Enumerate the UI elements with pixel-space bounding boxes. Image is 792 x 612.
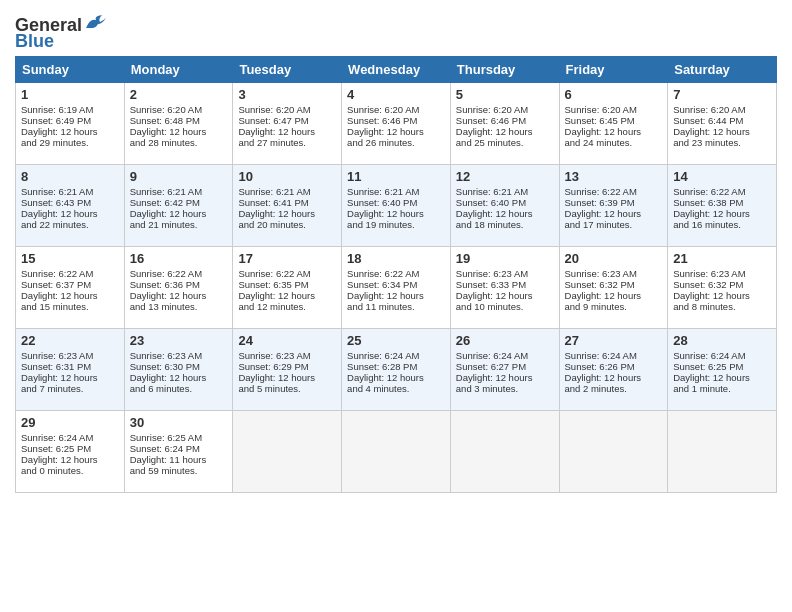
day-info: and 23 minutes.: [673, 137, 771, 148]
day-number: 28: [673, 333, 771, 348]
day-info: Sunset: 6:45 PM: [565, 115, 663, 126]
day-number: 22: [21, 333, 119, 348]
day-info: Sunrise: 6:22 AM: [347, 268, 445, 279]
calendar-cell: 19Sunrise: 6:23 AMSunset: 6:33 PMDayligh…: [450, 247, 559, 329]
day-info: Sunset: 6:33 PM: [456, 279, 554, 290]
day-number: 3: [238, 87, 336, 102]
calendar-cell: 2Sunrise: 6:20 AMSunset: 6:48 PMDaylight…: [124, 83, 233, 165]
day-info: Sunrise: 6:22 AM: [673, 186, 771, 197]
day-info: Sunset: 6:38 PM: [673, 197, 771, 208]
calendar-cell: 11Sunrise: 6:21 AMSunset: 6:40 PMDayligh…: [342, 165, 451, 247]
day-info: and 9 minutes.: [565, 301, 663, 312]
day-info: Daylight: 12 hours: [238, 126, 336, 137]
day-number: 15: [21, 251, 119, 266]
day-info: Sunrise: 6:22 AM: [21, 268, 119, 279]
day-info: Sunrise: 6:19 AM: [21, 104, 119, 115]
day-number: 19: [456, 251, 554, 266]
day-info: Daylight: 12 hours: [238, 372, 336, 383]
calendar-cell: 27Sunrise: 6:24 AMSunset: 6:26 PMDayligh…: [559, 329, 668, 411]
day-number: 20: [565, 251, 663, 266]
day-info: Sunset: 6:36 PM: [130, 279, 228, 290]
calendar-cell: 6Sunrise: 6:20 AMSunset: 6:45 PMDaylight…: [559, 83, 668, 165]
day-info: Daylight: 12 hours: [565, 208, 663, 219]
day-info: Sunset: 6:35 PM: [238, 279, 336, 290]
day-info: and 18 minutes.: [456, 219, 554, 230]
day-info: Sunrise: 6:23 AM: [238, 350, 336, 361]
day-info: Sunset: 6:26 PM: [565, 361, 663, 372]
day-info: Sunrise: 6:24 AM: [21, 432, 119, 443]
day-info: Sunrise: 6:20 AM: [565, 104, 663, 115]
day-info: Daylight: 12 hours: [130, 290, 228, 301]
day-number: 13: [565, 169, 663, 184]
day-info: Sunrise: 6:25 AM: [130, 432, 228, 443]
day-info: Sunset: 6:39 PM: [565, 197, 663, 208]
calendar-cell: [450, 411, 559, 493]
calendar-week-2: 8Sunrise: 6:21 AMSunset: 6:43 PMDaylight…: [16, 165, 777, 247]
day-info: Sunrise: 6:24 AM: [565, 350, 663, 361]
day-info: Daylight: 12 hours: [238, 290, 336, 301]
day-number: 2: [130, 87, 228, 102]
calendar-cell: 29Sunrise: 6:24 AMSunset: 6:25 PMDayligh…: [16, 411, 125, 493]
day-number: 27: [565, 333, 663, 348]
day-info: Sunrise: 6:23 AM: [673, 268, 771, 279]
day-info: Sunrise: 6:20 AM: [456, 104, 554, 115]
calendar-cell: 8Sunrise: 6:21 AMSunset: 6:43 PMDaylight…: [16, 165, 125, 247]
day-info: Daylight: 12 hours: [673, 208, 771, 219]
calendar-cell: 16Sunrise: 6:22 AMSunset: 6:36 PMDayligh…: [124, 247, 233, 329]
day-info: Daylight: 12 hours: [130, 126, 228, 137]
day-number: 18: [347, 251, 445, 266]
day-header-saturday: Saturday: [668, 57, 777, 83]
day-number: 10: [238, 169, 336, 184]
day-info: and 11 minutes.: [347, 301, 445, 312]
calendar-cell: 20Sunrise: 6:23 AMSunset: 6:32 PMDayligh…: [559, 247, 668, 329]
day-info: Daylight: 12 hours: [456, 208, 554, 219]
day-info: and 13 minutes.: [130, 301, 228, 312]
day-info: and 28 minutes.: [130, 137, 228, 148]
day-info: and 27 minutes.: [238, 137, 336, 148]
day-info: Sunset: 6:46 PM: [347, 115, 445, 126]
day-info: Sunrise: 6:21 AM: [347, 186, 445, 197]
day-number: 25: [347, 333, 445, 348]
day-info: and 7 minutes.: [21, 383, 119, 394]
day-info: and 19 minutes.: [347, 219, 445, 230]
day-number: 5: [456, 87, 554, 102]
day-number: 8: [21, 169, 119, 184]
day-info: Daylight: 12 hours: [456, 290, 554, 301]
day-info: Sunrise: 6:21 AM: [130, 186, 228, 197]
calendar-cell: 10Sunrise: 6:21 AMSunset: 6:41 PMDayligh…: [233, 165, 342, 247]
day-number: 17: [238, 251, 336, 266]
day-info: Sunrise: 6:23 AM: [565, 268, 663, 279]
day-header-monday: Monday: [124, 57, 233, 83]
day-info: Sunrise: 6:22 AM: [238, 268, 336, 279]
calendar-cell: 18Sunrise: 6:22 AMSunset: 6:34 PMDayligh…: [342, 247, 451, 329]
day-info: and 10 minutes.: [456, 301, 554, 312]
day-header-wednesday: Wednesday: [342, 57, 451, 83]
day-info: Sunset: 6:25 PM: [673, 361, 771, 372]
day-info: Daylight: 12 hours: [21, 208, 119, 219]
day-number: 1: [21, 87, 119, 102]
day-header-thursday: Thursday: [450, 57, 559, 83]
calendar-cell: [559, 411, 668, 493]
day-info: Sunset: 6:44 PM: [673, 115, 771, 126]
calendar-cell: 28Sunrise: 6:24 AMSunset: 6:25 PMDayligh…: [668, 329, 777, 411]
day-info: Daylight: 12 hours: [456, 372, 554, 383]
calendar-cell: 9Sunrise: 6:21 AMSunset: 6:42 PMDaylight…: [124, 165, 233, 247]
day-info: Sunrise: 6:21 AM: [456, 186, 554, 197]
day-info: Daylight: 12 hours: [565, 126, 663, 137]
calendar-week-4: 22Sunrise: 6:23 AMSunset: 6:31 PMDayligh…: [16, 329, 777, 411]
calendar-cell: [342, 411, 451, 493]
day-info: Sunset: 6:25 PM: [21, 443, 119, 454]
day-info: and 22 minutes.: [21, 219, 119, 230]
day-info: Sunrise: 6:20 AM: [347, 104, 445, 115]
calendar-cell: 15Sunrise: 6:22 AMSunset: 6:37 PMDayligh…: [16, 247, 125, 329]
calendar-cell: 30Sunrise: 6:25 AMSunset: 6:24 PMDayligh…: [124, 411, 233, 493]
header: General Blue: [15, 10, 777, 50]
calendar-cell: 7Sunrise: 6:20 AMSunset: 6:44 PMDaylight…: [668, 83, 777, 165]
day-info: Sunrise: 6:23 AM: [21, 350, 119, 361]
day-info: Sunrise: 6:20 AM: [238, 104, 336, 115]
day-info: Sunset: 6:37 PM: [21, 279, 119, 290]
day-info: Daylight: 12 hours: [21, 290, 119, 301]
day-info: and 5 minutes.: [238, 383, 336, 394]
day-info: Sunset: 6:30 PM: [130, 361, 228, 372]
day-info: Sunset: 6:24 PM: [130, 443, 228, 454]
